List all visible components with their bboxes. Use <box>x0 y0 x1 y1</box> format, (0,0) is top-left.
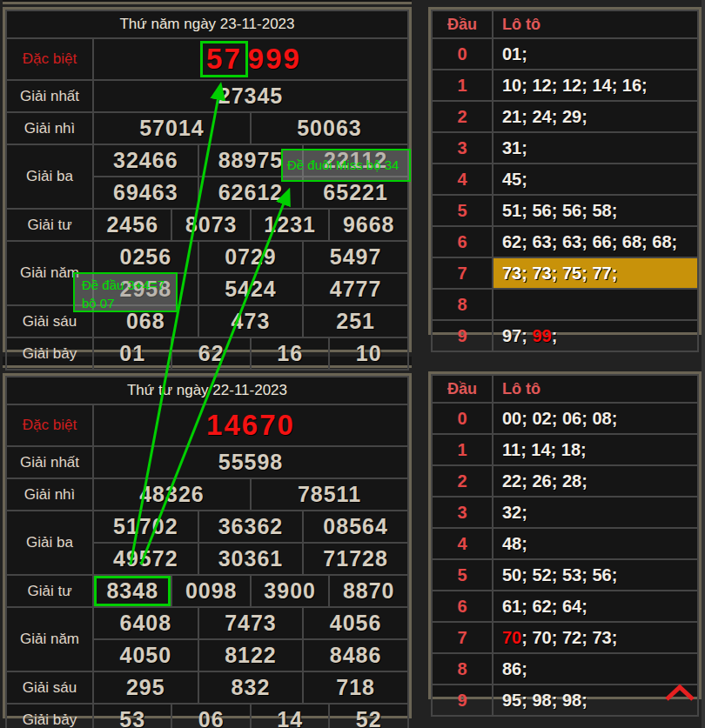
prize-value: 78511 <box>251 478 408 511</box>
prize-value: 1231 <box>251 209 329 241</box>
dau-cell: 3 <box>432 132 493 164</box>
dau-cell: 7 <box>432 622 493 653</box>
prize-value: 473 <box>198 305 304 337</box>
prize-value: 10 <box>329 337 408 370</box>
prize-label-second: Giải nhì <box>6 478 93 511</box>
back-to-top-button[interactable] <box>661 681 698 704</box>
prize-value: 14 <box>251 704 329 728</box>
dau-cell: 1 <box>432 434 493 465</box>
loto-cell: 11; 14; 18; <box>493 434 698 465</box>
dau-cell: 5 <box>432 559 493 591</box>
prize-table: Thứ tư ngày 22-11-2023 Đặc biệt 14670 Gi… <box>5 376 409 728</box>
prize-label-fourth: Giải tư <box>6 575 93 607</box>
loto-header: Lô tô <box>493 10 698 38</box>
top-separator <box>3 0 412 4</box>
loto-cell: 00; 02; 06; 08; <box>493 403 698 434</box>
prize-value: 52 <box>329 704 408 728</box>
prize-value: 30361 <box>198 543 304 575</box>
prize-value: 9668 <box>329 209 408 241</box>
loto-cell: 21; 24; 29; <box>493 101 698 132</box>
prize-value: 53 <box>93 704 171 728</box>
prize-value: 4050 <box>93 639 198 671</box>
loto-cell: 31; <box>493 132 698 164</box>
prize-value: 51702 <box>93 511 198 543</box>
prize-label-sixth: Giải sáu <box>6 305 93 337</box>
dau-cell: 9 <box>432 320 493 351</box>
prize-value: 50063 <box>251 112 408 144</box>
prize-label-seventh: Giải bảy <box>6 704 93 728</box>
prize-value: 295 <box>93 671 198 704</box>
prize-value: 6408 <box>93 607 198 639</box>
loto-summary-table-23-11: Đầu Lô tô 001; 110; 12; 12; 14; 16; 221;… <box>428 7 702 335</box>
dau-cell: 5 <box>432 195 493 226</box>
prize-label-fifth: Giải năm <box>6 607 93 671</box>
dau-cell: 2 <box>432 465 493 497</box>
prize-value: 48326 <box>93 478 251 511</box>
prize-value: 7473 <box>198 607 304 639</box>
loto-header: Lô tô <box>493 375 698 403</box>
loto-cell: 01; <box>493 38 698 70</box>
dau-cell: 4 <box>432 164 493 195</box>
prize-value: 0098 <box>171 575 250 607</box>
prize-value: 16 <box>251 337 329 370</box>
special-prize-value: 14670 <box>93 404 408 446</box>
prize-label-first: Giải nhất <box>6 80 93 112</box>
prize-label-third: Giải ba <box>6 144 93 209</box>
loto-cell: 61; 62; 64; <box>493 591 698 622</box>
dau-cell: 2 <box>432 101 493 132</box>
prize-table: Thứ năm ngày 23-11-2023 Đặc biệt 57999 G… <box>5 10 409 371</box>
prize-label-fifth: Giải năm <box>6 241 93 305</box>
loto-cell: 51; 56; 56; 58; <box>493 195 698 226</box>
table-title: Thứ năm ngày 23-11-2023 <box>6 10 408 38</box>
loto-part: ; 70; 72; 73; <box>521 628 617 647</box>
prize-value: 2958 <box>93 273 198 305</box>
dau-cell: 3 <box>432 497 493 528</box>
prize-value: 4056 <box>303 607 408 639</box>
green-highlight-box-8348: 8348 <box>93 575 171 607</box>
dau-cell: 6 <box>432 591 493 622</box>
dau-cell: 0 <box>432 38 493 70</box>
prize-value: 88975 <box>198 144 304 177</box>
loto-cell: 10; 12; 12; 14; 16; <box>493 70 698 101</box>
dau-cell: 8 <box>432 289 493 320</box>
loto-summary-table-22-11: Đầu Lô tô 000; 02; 06; 08; 111; 14; 18; … <box>428 371 702 699</box>
dau-cell: 9 <box>432 685 493 716</box>
prize-value: 55598 <box>93 446 408 478</box>
prize-value: 068 <box>93 305 198 337</box>
prize-value: 0256 <box>93 241 198 273</box>
loto-cell: 97; 99; <box>493 320 698 351</box>
dau-header: Đầu <box>432 10 493 38</box>
prize-value: 57014 <box>93 112 251 144</box>
results-table-2023-11-23: Thứ năm ngày 23-11-2023 Đặc biệt 57999 G… <box>3 7 412 352</box>
prize-value: 08564 <box>303 511 408 543</box>
loto-cell: 62; 63; 63; 66; 68; 68; <box>493 226 698 257</box>
prize-value: 718 <box>303 671 408 704</box>
prize-value: 62612 <box>198 177 304 209</box>
prize-value: 251 <box>303 305 408 337</box>
loto-cell: 48; <box>493 528 698 559</box>
special-prize-value: 57999 <box>93 38 408 80</box>
dau-loto-table: Đầu Lô tô 000; 02; 06; 08; 111; 14; 18; … <box>431 374 699 717</box>
prize-label-second: Giải nhì <box>6 112 93 144</box>
prize-label-sixth: Giải sáu <box>6 671 93 704</box>
loto-cell: 70; 70; 72; 73; <box>493 622 698 653</box>
loto-cell: 32; <box>493 497 698 528</box>
prize-label-special: Đặc biệt <box>6 38 93 80</box>
prize-value: 2456 <box>93 209 171 241</box>
dau-cell: 0 <box>432 403 493 434</box>
dau-header: Đầu <box>432 375 493 403</box>
loto-part: ; <box>552 326 558 345</box>
prize-value: 36362 <box>198 511 304 543</box>
prize-label-first: Giải nhất <box>6 446 93 478</box>
results-table-2023-11-22: Thứ tư ngày 22-11-2023 Đặc biệt 14670 Gi… <box>3 373 412 718</box>
prize-value: 01 <box>93 337 171 370</box>
dau-cell: 4 <box>432 528 493 559</box>
prize-value: 71728 <box>303 543 408 575</box>
loto-cell <box>493 289 698 320</box>
loto-cell: 22; 26; 28; <box>493 465 698 497</box>
prize-label-special: Đặc biệt <box>6 404 93 446</box>
prize-value: 8486 <box>303 639 408 671</box>
prize-value: 4777 <box>303 273 408 305</box>
loto-red-number: 99 <box>532 326 551 345</box>
prize-value: 8870 <box>329 575 408 607</box>
